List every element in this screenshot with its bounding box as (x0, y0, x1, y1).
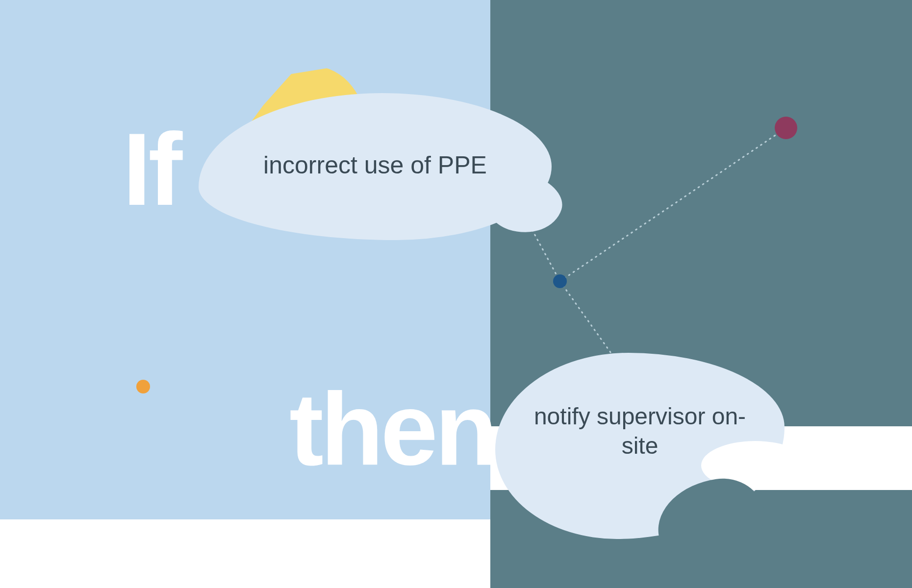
dot-blue-icon (553, 274, 567, 288)
label-then: then (289, 370, 495, 489)
dot-orange-icon (136, 380, 150, 393)
action-text: notify supervisor on-site (495, 402, 785, 461)
dot-maroon-icon (775, 117, 797, 139)
condition-text: incorrect use of PPE (199, 151, 552, 179)
diagram-stage: If then incorrect use of PPE notify supe… (0, 0, 912, 588)
action-blob: notify supervisor on-site (495, 353, 785, 539)
label-if: If (123, 110, 179, 229)
